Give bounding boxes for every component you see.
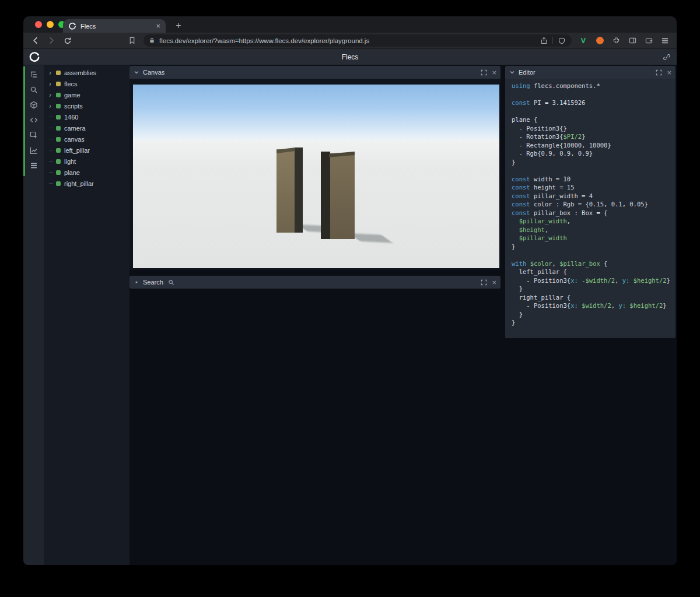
inspector-icon[interactable]: [29, 130, 38, 140]
lock-icon: [149, 37, 155, 44]
code-token: const: [512, 192, 530, 199]
wallet-icon[interactable]: [644, 36, 653, 45]
code-token: y:: [618, 302, 626, 309]
tree-item-label: flecs: [64, 80, 78, 87]
tree-item-right_pillar[interactable]: right_pillar: [44, 178, 130, 189]
code-icon[interactable]: [29, 115, 38, 125]
code-token: y:: [622, 277, 630, 284]
close-panel-icon[interactable]: ×: [492, 279, 496, 286]
code-editor[interactable]: using flecs.components.* const PI = 3.14…: [505, 79, 676, 338]
entity-tree: ›assemblies›flecs›game›scripts1460camera…: [44, 65, 130, 565]
flecs-logo-icon[interactable]: [29, 51, 40, 63]
extension-v-icon[interactable]: V: [579, 36, 588, 45]
tree-item-assemblies[interactable]: ›assemblies: [44, 67, 130, 78]
tree-item-label: right_pillar: [64, 180, 94, 187]
page-title: Flecs: [23, 49, 677, 65]
link-icon[interactable]: [663, 53, 671, 61]
code-token: pillar_box : Box = {: [530, 209, 608, 216]
cube-icon[interactable]: [29, 100, 38, 110]
code-token: {: [600, 260, 608, 267]
code-token: ,: [611, 302, 619, 309]
code-line: $height,: [512, 226, 676, 234]
expand-chevron-icon[interactable]: ›: [49, 103, 55, 110]
code-line: const width = 10: [512, 175, 676, 184]
search-panel-header[interactable]: Search ×: [130, 276, 501, 289]
chevron-down-icon[interactable]: [134, 69, 139, 75]
content-area: Canvas ×: [130, 65, 677, 565]
tree-item-label: assemblies: [64, 69, 96, 76]
canvas-panel-header[interactable]: Canvas ×: [130, 66, 501, 79]
tree-item-flecs[interactable]: ›flecs: [44, 78, 130, 89]
maximize-panel-icon[interactable]: [656, 69, 662, 76]
browser-tab[interactable]: Flecs ×: [63, 19, 166, 33]
close-panel-icon[interactable]: ×: [492, 69, 496, 76]
code-line: }: [512, 243, 676, 251]
maximize-panel-icon[interactable]: [481, 69, 487, 76]
sidebar-toggle-icon[interactable]: [628, 36, 637, 45]
minimize-window-button[interactable]: [47, 21, 54, 28]
back-button[interactable]: [30, 36, 40, 45]
tree-item-canvas[interactable]: canvas: [44, 134, 130, 145]
bookmark-icon[interactable]: [127, 36, 136, 45]
canvas-panel-title: Canvas: [143, 69, 164, 76]
tree-icon[interactable]: [29, 69, 38, 79]
code-line: [512, 107, 676, 116]
expand-chevron-icon[interactable]: ›: [49, 92, 55, 99]
tab-close-icon[interactable]: ×: [156, 22, 160, 30]
sky: [133, 85, 499, 141]
maximize-panel-icon[interactable]: [481, 279, 487, 286]
code-token: -$width/2: [582, 277, 615, 284]
search-icon[interactable]: [29, 85, 38, 94]
code-line: [512, 166, 676, 175]
tree-item-scripts[interactable]: ›scripts: [44, 100, 130, 111]
tree-item-game[interactable]: ›game: [44, 89, 130, 100]
entity-color-square: [56, 170, 61, 175]
editor-panel: Editor × using flecs.components.* const …: [505, 66, 676, 338]
extensions-puzzle-icon[interactable]: [611, 36, 621, 45]
chevron-right-icon[interactable]: [134, 279, 139, 285]
canvas-body: [130, 79, 501, 270]
tree-guide-line: [49, 167, 55, 178]
tree-item-label: left_pillar: [64, 147, 90, 154]
close-panel-icon[interactable]: ×: [667, 69, 671, 76]
expand-chevron-icon[interactable]: ›: [49, 80, 55, 87]
expand-chevron-icon[interactable]: ›: [49, 69, 55, 76]
tree-item-light[interactable]: light: [44, 156, 130, 167]
entity-color-square: [56, 104, 61, 108]
new-tab-button[interactable]: +: [172, 19, 186, 33]
code-token: }: [663, 302, 666, 309]
reload-button[interactable]: [63, 36, 72, 45]
ground: [133, 141, 499, 268]
extension-orange-icon[interactable]: [595, 36, 604, 45]
search-panel-title: Search: [143, 279, 163, 286]
tree-item-camera[interactable]: camera: [44, 122, 130, 134]
editor-panel-header[interactable]: Editor ×: [505, 66, 676, 79]
tree-item-1460[interactable]: 1460: [44, 111, 130, 122]
entity-color-square: [56, 93, 61, 97]
code-token: plane {: [512, 116, 537, 123]
code-token: $pillar_width: [519, 217, 567, 224]
address-bar[interactable]: flecs.dev/explorer/?wasm=https://www.fle…: [144, 34, 572, 47]
tree-item-left_pillar[interactable]: left_pillar: [44, 145, 130, 156]
code-token: $color: [530, 260, 552, 267]
close-window-button[interactable]: [35, 21, 42, 28]
editor-panel-title: Editor: [519, 69, 536, 76]
chart-icon[interactable]: [29, 145, 38, 155]
shield-icon[interactable]: [557, 36, 566, 45]
rows-icon[interactable]: [29, 160, 38, 170]
tab-strip: Flecs × +: [23, 16, 677, 33]
tree-guide-line: [49, 145, 55, 156]
code-line: }: [512, 285, 676, 293]
code-token: flecs.components.*: [530, 82, 600, 89]
code-token: [512, 226, 519, 233]
3d-viewport[interactable]: [133, 85, 499, 268]
share-icon[interactable]: [539, 36, 548, 45]
forward-button[interactable]: [47, 36, 56, 45]
code-token: }: [512, 319, 515, 326]
tree-item-plane[interactable]: plane: [44, 167, 130, 178]
code-line: const pillar_box : Box = {: [512, 209, 676, 217]
rail-icons: [23, 69, 44, 170]
chevron-down-icon[interactable]: [509, 69, 515, 75]
menu-icon[interactable]: [660, 36, 670, 45]
code-token: - Position3{: [512, 277, 570, 284]
